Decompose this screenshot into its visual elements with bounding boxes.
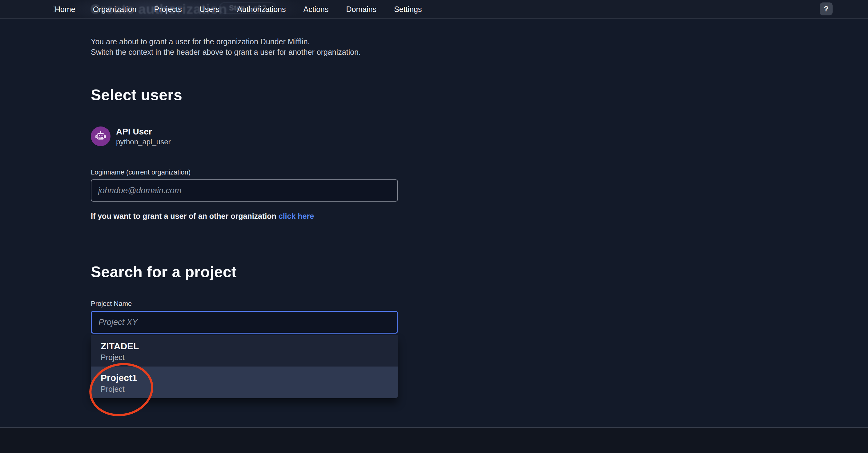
app-window: ✕ Create authorization Step 1 of 2 Home … <box>0 0 868 453</box>
footer <box>0 427 868 453</box>
select-users-heading: Select users <box>91 86 868 105</box>
option-type: Project <box>101 352 388 362</box>
loginname-input[interactable] <box>91 180 398 201</box>
intro-text: You are about to grant a user for the or… <box>91 36 868 57</box>
intro-line-2: Switch the context in the header above t… <box>91 47 868 57</box>
project-option-project1[interactable]: Project1 Project <box>91 366 398 398</box>
nav-item-actions[interactable]: Actions <box>303 5 329 14</box>
user-login-name: python_api_user <box>116 137 170 147</box>
click-here-link[interactable]: click here <box>279 212 314 220</box>
search-project-heading: Search for a project <box>91 262 868 282</box>
project-dropdown: ZITADEL Project Project1 Project <box>91 335 398 398</box>
option-name: Project1 <box>101 372 388 384</box>
help-button[interactable]: ? <box>820 2 833 15</box>
option-name: ZITADEL <box>101 340 388 352</box>
nav-item-domains[interactable]: Domains <box>346 5 376 14</box>
nav-item-users[interactable]: Users <box>199 5 219 14</box>
nav-item-authorizations[interactable]: Authorizations <box>237 5 286 14</box>
intro-line-1: You are about to grant a user for the or… <box>91 36 868 47</box>
nav-item-home[interactable]: Home <box>55 5 75 14</box>
project-autocomplete: ZITADEL Project Project1 Project <box>91 311 398 333</box>
other-org-label: If you want to grant a user of an other … <box>91 212 276 220</box>
nav-item-settings[interactable]: Settings <box>394 5 422 14</box>
loginname-label: Loginname (current organization) <box>91 168 868 176</box>
other-org-text: If you want to grant a user of an other … <box>91 212 868 221</box>
user-avatar <box>91 127 111 146</box>
nav-item-projects[interactable]: Projects <box>154 5 182 14</box>
option-type: Project <box>101 384 388 394</box>
nav-menu: Home Organization Projects Users Authori… <box>55 0 422 19</box>
user-meta: API User python_api_user <box>116 126 170 147</box>
main-content: You are about to grant a user for the or… <box>0 19 868 333</box>
robot-icon <box>94 130 107 142</box>
project-name-input[interactable] <box>91 311 398 333</box>
user-display-name: API User <box>116 126 170 137</box>
project-name-label: Project Name <box>91 299 868 308</box>
project-option-zitadel[interactable]: ZITADEL Project <box>91 335 398 366</box>
nav-item-organization[interactable]: Organization <box>93 5 137 14</box>
top-nav: ✕ Create authorization Step 1 of 2 Home … <box>0 0 868 19</box>
selected-user-row[interactable]: API User python_api_user <box>91 126 170 147</box>
